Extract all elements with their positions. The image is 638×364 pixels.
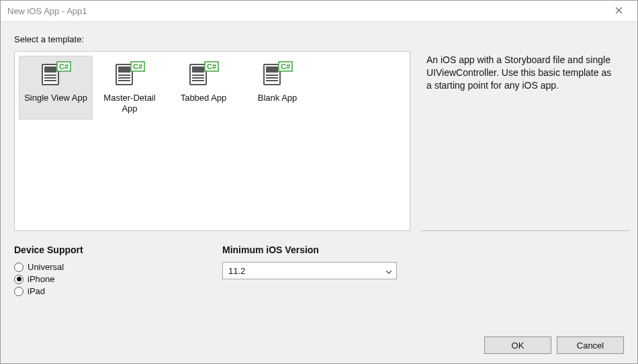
description-pane: An iOS app with a Storyboard file and si… [421,51,624,231]
options-row: Device Support Universal iPhone iPad Min… [14,244,624,298]
mid-row: C# Single View App [14,51,624,231]
radio-ipad[interactable]: iPad [14,286,182,296]
separator [421,230,629,231]
svg-text:C#: C# [207,62,216,71]
svg-rect-15 [192,66,204,73]
template-label: Single View App [24,93,87,103]
device-support-title: Device Support [14,244,182,255]
svg-rect-8 [118,66,130,73]
csharp-app-icon: C# [187,60,220,87]
template-label: Blank App [258,93,298,103]
min-ios-group: Minimum iOS Version 11.2 [222,244,397,298]
dialog-window: New iOS App - App1 Select a template: [0,0,638,364]
radio-label: Universal [28,262,64,272]
svg-text:C#: C# [133,62,142,71]
csharp-app-icon: C# [40,60,72,87]
template-list: C# Single View App [14,51,410,231]
min-ios-value: 11.2 [228,266,385,276]
csharp-app-icon: C# [113,60,146,87]
device-support-group: Device Support Universal iPhone iPad [14,244,182,298]
radio-icon [14,287,24,296]
template-master-detail[interactable]: C# Master-Detail App [93,56,167,120]
radio-label: iPad [28,286,45,296]
radio-icon [14,275,24,284]
button-label: OK [512,340,525,351]
template-label: Tabbed App [181,93,227,103]
template-blank[interactable]: C# Blank App [240,56,314,120]
ok-button[interactable]: OK [484,336,551,354]
template-grid: C# Single View App [19,56,314,120]
button-row: OK Cancel [14,327,624,354]
template-description: An iOS app with a Storyboard file and si… [426,54,611,91]
svg-rect-22 [266,66,278,73]
dialog-body: Select a template: [1,22,637,363]
template-tabbed[interactable]: C# Tabbed App [167,56,240,120]
button-label: Cancel [577,340,604,351]
close-icon [615,6,623,16]
chevron-down-icon [385,266,392,276]
template-single-view[interactable]: C# Single View App [19,56,93,120]
prompt-label: Select a template: [14,34,624,44]
svg-text:C#: C# [281,62,290,71]
radio-label: iPhone [28,274,54,284]
csharp-app-icon: C# [261,60,293,87]
radio-universal[interactable]: Universal [14,262,182,272]
min-ios-select[interactable]: 11.2 [222,262,397,279]
cancel-button[interactable]: Cancel [557,336,624,354]
titlebar: New iOS App - App1 [1,1,637,22]
radio-icon [14,263,24,272]
svg-text:C#: C# [59,62,69,71]
close-button[interactable] [605,1,632,21]
svg-rect-1 [44,66,56,73]
min-ios-title: Minimum iOS Version [222,244,397,255]
template-label: Master-Detail App [96,93,163,113]
radio-iphone[interactable]: iPhone [14,274,182,284]
window-title: New iOS App - App1 [7,6,605,16]
